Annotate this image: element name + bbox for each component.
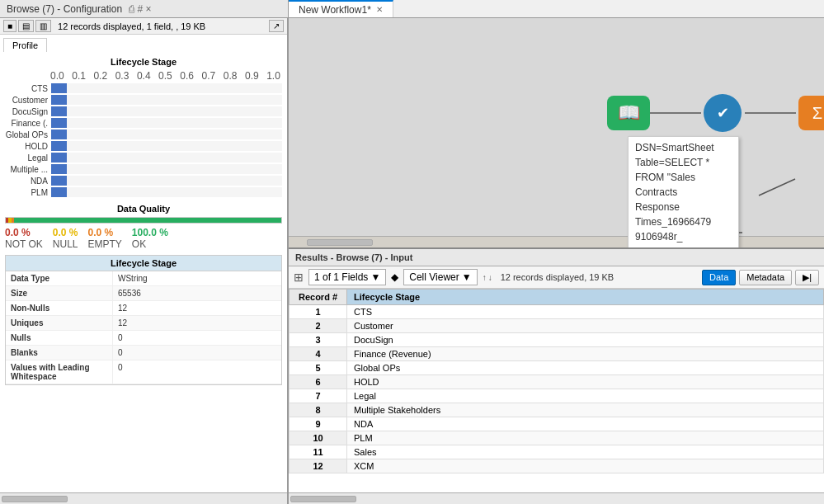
dq-labels: 0.0 % NOT OK 0.0 % NULL 0.0 % EMPTY 100.… — [5, 227, 282, 250]
dq-label-empty: 0.0 % EMPTY — [87, 227, 121, 250]
data-table: Record # Lifecycle Stage 1CTS2Customer3D… — [289, 289, 824, 492]
bar-chart: CTSCustomerDocuSignFinance (.Global OPsH… — [5, 83, 282, 197]
sort-desc-btn[interactable]: ↓ — [488, 273, 492, 282]
left-h-scroll[interactable] — [0, 492, 287, 504]
profile-tab-area: Profile — [0, 35, 287, 52]
right-panel: 📖 ✔ Σ 🔭 Σ 🔭 — [289, 18, 824, 504]
filter-node[interactable]: ✔ — [704, 94, 742, 132]
left-panel: ■ ▤ ▥ 12 records displayed, 1 field, , 1… — [0, 18, 289, 504]
sort-buttons: ↑ ↓ — [483, 273, 492, 282]
left-panel-title: Browse (7) - Configuration ⎙ # × — [0, 0, 289, 17]
results-header: Results - Browse (7) - Input — [289, 249, 824, 266]
workflow-tab[interactable]: New Workflow1* ✕ — [289, 0, 393, 17]
results-tbody: 1CTS2Customer3DocuSign4Finance (Revenue)… — [290, 305, 824, 473]
col-lifecycle: Lifecycle Stage — [347, 290, 824, 305]
toolbar-btn-1[interactable]: ■ — [3, 20, 16, 32]
stats-row: Size65536 — [6, 286, 281, 301]
table-row: 6HOLD — [290, 375, 824, 389]
metadata-view-btn[interactable]: Metadata — [739, 270, 792, 285]
data-quality-section: Data Quality 0.0 % NOT OK 0.0 % NULL — [5, 204, 282, 250]
dq-label-null: 0.0 % NULL — [53, 227, 78, 250]
more-options-btn[interactable]: ▶| — [795, 270, 819, 285]
stats-section: Lifecycle Stage Data TypeWStringSize6553… — [5, 255, 282, 385]
results-scroll-thumb[interactable] — [290, 496, 356, 502]
bar-row: Legal — [5, 153, 282, 163]
stats-row: Blanks0 — [6, 346, 281, 360]
dq-bars — [5, 217, 282, 224]
stats-row: Values with Leading Whitespace0 — [6, 360, 281, 384]
chevron-down-icon: ▼ — [370, 271, 380, 283]
col-record: Record # — [290, 290, 347, 305]
bar-row: Global OPs — [5, 130, 282, 139]
summarize-node-1[interactable]: Σ — [798, 96, 824, 130]
left-scroll-thumb[interactable] — [2, 496, 68, 502]
table-row: 3DocuSign — [290, 333, 824, 347]
view-buttons: Data Metadata ▶| — [702, 270, 819, 285]
results-panel: Results - Browse (7) - Input ⊞ 1 of 1 Fi… — [289, 249, 824, 504]
svg-line-7 — [759, 179, 795, 195]
profile-tab[interactable]: Profile — [3, 38, 47, 52]
stats-row: Non-Nulls12 — [6, 301, 281, 316]
main-content: ■ ▤ ▥ 12 records displayed, 1 field, , 1… — [0, 18, 824, 504]
bar-row: NDA — [5, 176, 282, 186]
workflow-canvas: 📖 ✔ Σ 🔭 Σ 🔭 — [289, 18, 824, 249]
connection-lines — [289, 18, 824, 247]
bar-row: Multiple ... — [5, 164, 282, 174]
bar-row: PLM — [5, 187, 282, 197]
table-row: 1CTS — [290, 305, 824, 319]
bar-row: Finance (. — [5, 118, 282, 128]
results-toolbar: ⊞ 1 of 1 Fields ▼ ◆ Cell Viewer ▼ ↑ ↓ 12… — [289, 266, 824, 289]
chevron-down-icon-2: ▼ — [462, 271, 472, 283]
dq-label-notok: 0.0 % NOT OK — [5, 227, 43, 250]
cell-viewer-dropdown[interactable]: Cell Viewer ▼ — [403, 269, 477, 285]
tooltip-box: DSN=SmartSheet Table=SELECT * FROM "Sale… — [628, 136, 739, 249]
chart-axis: 0.0 0.1 0.2 0.3 0.4 0.5 0.6 0.7 0.8 0.9 … — [5, 70, 282, 83]
table-row: 7Legal — [290, 389, 824, 403]
chart-title: Lifecycle Stage — [5, 57, 282, 67]
stats-rows: Data TypeWStringSize65536Non-Nulls12Uniq… — [6, 271, 281, 384]
table-row: 9NDA — [290, 417, 824, 431]
left-toolbar: ■ ▤ ▥ 12 records displayed, 1 field, , 1… — [0, 18, 287, 35]
fields-count-dropdown[interactable]: 1 of 1 Fields ▼ — [308, 269, 386, 285]
toolbar-btn-2[interactable]: ▤ — [18, 20, 34, 32]
results-table: Record # Lifecycle Stage 1CTS2Customer3D… — [289, 289, 824, 473]
canvas-scroll-thumb[interactable] — [307, 239, 373, 246]
sort-asc-btn[interactable]: ↑ — [483, 273, 487, 282]
table-icon: ⊞ — [294, 271, 304, 284]
bar-row: Customer — [5, 95, 282, 105]
table-row: 8Multiple Stakeholders — [290, 403, 824, 417]
table-row: 10PLM — [290, 431, 824, 445]
table-row: 5Global OPs — [290, 361, 824, 375]
data-view-btn[interactable]: Data — [702, 270, 736, 285]
toolbar-btn-3[interactable]: ▥ — [35, 20, 51, 32]
record-count-info: 12 records displayed, 19 KB — [501, 272, 614, 282]
input-node[interactable]: 📖 — [607, 96, 650, 130]
tab-close-icon[interactable]: ✕ — [376, 5, 383, 14]
table-row: 4Finance (Revenue) — [290, 347, 824, 361]
expand-btn[interactable]: ↗ — [269, 20, 284, 32]
stats-row: Uniques12 — [6, 316, 281, 331]
canvas-h-scroll[interactable] — [289, 236, 824, 247]
top-bar-right: New Workflow1* ✕ — [289, 0, 824, 17]
bar-row: DocuSign — [5, 106, 282, 116]
table-row: 11Sales — [290, 445, 824, 459]
stats-row: Data TypeWString — [6, 271, 281, 286]
profile-content: Lifecycle Stage 0.0 0.1 0.2 0.3 0.4 0.5 … — [0, 52, 287, 492]
table-row: 12XCM — [290, 459, 824, 473]
bar-row: HOLD — [5, 141, 282, 151]
dq-label-ok: 100.0 % OK — [132, 227, 168, 250]
dq-green-bar — [14, 218, 281, 223]
results-h-scroll[interactable] — [289, 492, 824, 504]
table-row: 2Customer — [290, 319, 824, 333]
pin-icon[interactable]: ⎙ # × — [129, 3, 151, 15]
dq-title: Data Quality — [5, 204, 282, 214]
top-bar: Browse (7) - Configuration ⎙ # × New Wor… — [0, 0, 824, 18]
bar-row: CTS — [5, 83, 282, 93]
stats-row: Nulls0 — [6, 331, 281, 346]
stats-header: Lifecycle Stage — [6, 256, 281, 271]
records-info: 12 records displayed, 1 field, , 19 KB — [58, 21, 205, 31]
